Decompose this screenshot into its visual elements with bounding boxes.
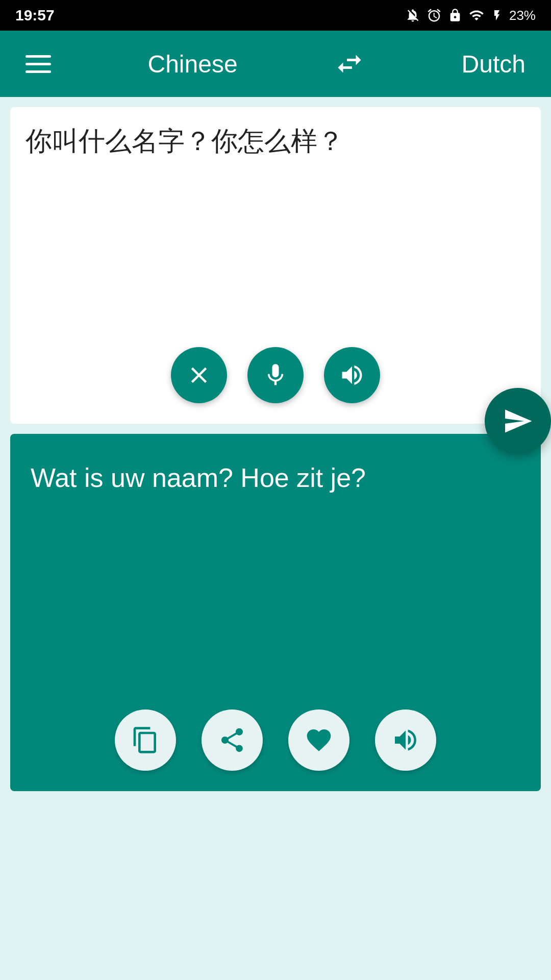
copy-button[interactable]: [115, 709, 176, 771]
status-bar: 19:57 23%: [0, 0, 551, 31]
mute-icon: [405, 8, 420, 23]
source-language[interactable]: Chinese: [148, 50, 238, 78]
send-icon: [503, 406, 533, 436]
volume-icon: [391, 726, 420, 754]
toolbar: Chinese Dutch: [0, 31, 551, 97]
translated-text: Wat is uw naam? Hoe zit je?: [31, 459, 520, 497]
translate-button[interactable]: [485, 388, 551, 454]
status-time: 19:57: [15, 7, 55, 24]
clear-button[interactable]: [171, 347, 227, 403]
lock-icon: [448, 8, 462, 22]
microphone-icon: [262, 362, 289, 388]
share-button[interactable]: [202, 709, 263, 771]
signal-icon: [468, 8, 485, 23]
speak-output-button[interactable]: [375, 709, 436, 771]
input-section: [10, 107, 541, 424]
speak-source-button[interactable]: [324, 347, 380, 403]
charging-icon: [491, 8, 503, 23]
share-icon: [218, 726, 246, 754]
output-controls: [31, 709, 520, 771]
source-text-input[interactable]: [26, 122, 525, 327]
output-section: Wat is uw naam? Hoe zit je?: [10, 434, 541, 791]
status-icons: 23%: [405, 8, 536, 23]
microphone-button[interactable]: [247, 347, 304, 403]
sections-wrapper: Wat is uw naam? Hoe zit je?: [0, 107, 551, 791]
input-controls: [26, 347, 525, 403]
copy-icon: [131, 726, 160, 754]
menu-button[interactable]: [26, 55, 51, 73]
swap-languages-button[interactable]: [334, 48, 365, 79]
target-language[interactable]: Dutch: [462, 50, 525, 78]
speaker-icon: [339, 362, 365, 388]
heart-icon: [305, 726, 333, 754]
favorite-button[interactable]: [288, 709, 349, 771]
close-icon: [186, 362, 212, 388]
alarm-icon: [427, 8, 442, 23]
battery-text: 23%: [509, 8, 536, 23]
